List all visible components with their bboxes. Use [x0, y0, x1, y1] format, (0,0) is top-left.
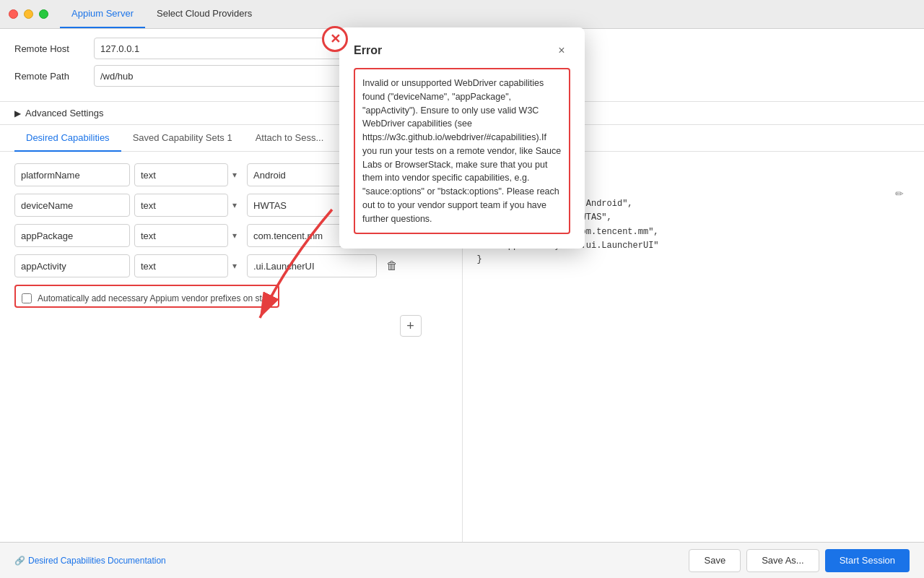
minimize-traffic-light[interactable]	[24, 9, 33, 19]
error-dialog-header: Error ×	[354, 42, 570, 59]
bottom-buttons: Save Save As... Start Session	[689, 549, 910, 572]
bottom-bar: 🔗 Desired Capabilities Documentation Sav…	[0, 542, 924, 578]
chevron-right-icon: ▶	[14, 108, 21, 118]
save-button[interactable]: Save	[689, 549, 741, 572]
cap-name-platformname[interactable]	[14, 163, 130, 186]
tab-appium-server[interactable]: Appium Server	[60, 0, 145, 28]
traffic-lights	[9, 9, 48, 19]
cap-type-apppackage-wrapper: text boolean number	[134, 224, 243, 247]
cap-name-appactivity[interactable]	[14, 254, 130, 277]
cap-type-appactivity-wrapper: text boolean number	[134, 254, 243, 277]
json-edit-icon[interactable]: ✏	[889, 184, 910, 204]
error-dialog: Error × Invalid or unsupported WebDriver…	[339, 27, 585, 249]
cap-name-apppackage[interactable]	[14, 224, 130, 247]
cap-type-devicename[interactable]: text boolean number	[134, 194, 228, 217]
start-session-button[interactable]: Start Session	[825, 549, 910, 572]
cap-type-apppackage[interactable]: text boolean number	[134, 224, 228, 247]
auto-vendor-prefix-label: Automatically add necessary Appium vendo…	[38, 293, 272, 303]
cap-delete-appactivity[interactable]: 🗑	[381, 255, 403, 277]
add-capability-button[interactable]: +	[400, 315, 422, 337]
auto-vendor-prefix-row: Automatically add necessary Appium vendo…	[22, 293, 272, 303]
cap-name-devicename[interactable]	[14, 194, 130, 217]
cap-type-platformname-wrapper: text boolean number	[134, 163, 243, 186]
error-close-button[interactable]: ×	[553, 42, 570, 59]
tab-saved-capability-sets[interactable]: Saved Capability Sets 1	[121, 125, 244, 152]
save-as-button[interactable]: Save As...	[746, 549, 819, 572]
tab-cloud-providers[interactable]: Select Cloud Providers	[145, 0, 263, 28]
cap-type-devicename-wrapper: text boolean number	[134, 194, 243, 217]
maximize-traffic-light[interactable]	[39, 9, 48, 19]
error-dialog-body: Invalid or unsupported WebDriver capabil…	[354, 68, 570, 234]
docs-link[interactable]: 🔗 Desired Capabilities Documentation	[14, 556, 166, 566]
error-dialog-title: Error	[354, 44, 382, 57]
cap-value-appactivity[interactable]	[247, 254, 377, 277]
close-traffic-light[interactable]	[9, 9, 18, 19]
error-icon: ✕	[322, 26, 348, 52]
tab-desired-capabilities[interactable]: Desired Capabilities	[14, 125, 121, 152]
link-icon: 🔗	[14, 556, 25, 566]
auto-vendor-prefix-checkbox[interactable]	[22, 293, 32, 303]
cap-type-platformname[interactable]: text boolean number	[134, 163, 228, 186]
title-bar: Appium Server Select Cloud Providers	[0, 0, 924, 29]
remote-path-label: Remote Path	[14, 71, 94, 82]
advanced-settings-label: Advanced Settings	[25, 108, 103, 118]
remote-host-label: Remote Host	[14, 43, 94, 54]
cap-row-appactivity: text boolean number 🗑	[14, 254, 448, 277]
cap-type-appactivity[interactable]: text boolean number	[134, 254, 228, 277]
tab-attach-session[interactable]: Attach to Sess...	[244, 125, 336, 152]
title-bar-tabs: Appium Server Select Cloud Providers	[60, 0, 263, 28]
